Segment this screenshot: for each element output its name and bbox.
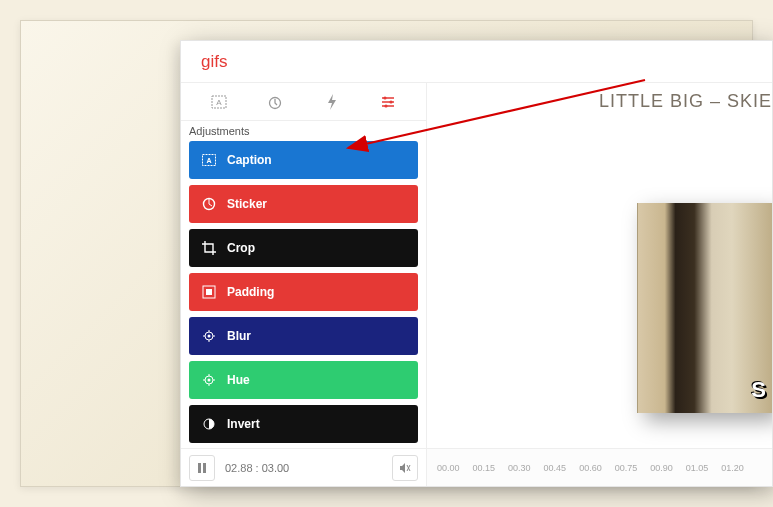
playback-controls: 02.88 : 03.00 [181, 448, 426, 486]
tab-caption-icon[interactable]: A [202, 85, 236, 119]
playback-time: 02.88 : 03.00 [225, 462, 289, 474]
adjustment-label: Sticker [227, 197, 267, 211]
app-window: gifs A Adjustments ACaptionStickerCropPa… [180, 40, 773, 487]
timeline-tick: 00.90 [650, 463, 673, 473]
preview-panel: LITTLE BIG – SKIE S 00.0000.1500.3000.45… [427, 83, 772, 486]
adjustment-sticker[interactable]: Sticker [189, 185, 418, 223]
pause-button[interactable] [189, 455, 215, 481]
left-panel: A Adjustments ACaptionStickerCropPadding… [181, 83, 427, 486]
preview-caption-fragment: S [751, 377, 766, 403]
svg-point-12 [208, 335, 211, 338]
preview-title: LITTLE BIG – SKIE [599, 91, 772, 112]
adjustment-padding[interactable]: Padding [189, 273, 418, 311]
preview-frame: S [637, 203, 772, 413]
timeline[interactable]: 00.0000.1500.3000.4500.6000.7500.9001.05… [427, 448, 772, 486]
timeline-tick: 01.20 [721, 463, 744, 473]
tab-adjustments-icon[interactable] [371, 85, 405, 119]
timeline-tick: 00.00 [437, 463, 460, 473]
svg-text:A: A [216, 98, 222, 107]
svg-point-4 [389, 100, 392, 103]
adjustments-list[interactable]: ACaptionStickerCropPaddingBlurHueInvert [181, 141, 426, 448]
tool-tabs: A [181, 83, 426, 121]
app-title: gifs [201, 52, 227, 72]
adjustment-caption[interactable]: ACaption [189, 141, 418, 179]
crop-icon [201, 240, 217, 256]
svg-rect-17 [203, 463, 206, 473]
invert-icon [201, 416, 217, 432]
hue-icon [201, 372, 217, 388]
mute-button[interactable] [392, 455, 418, 481]
timeline-tick: 01.05 [686, 463, 709, 473]
timeline-tick: 00.60 [579, 463, 602, 473]
adjustment-label: Crop [227, 241, 255, 255]
svg-point-14 [208, 379, 211, 382]
adjustment-invert[interactable]: Invert [189, 405, 418, 443]
timeline-tick: 00.30 [508, 463, 531, 473]
adjustment-label: Invert [227, 417, 260, 431]
adjustment-label: Hue [227, 373, 250, 387]
blur-icon [201, 328, 217, 344]
svg-point-3 [383, 96, 386, 99]
tab-flash-icon[interactable] [315, 85, 349, 119]
adjustment-crop[interactable]: Crop [189, 229, 418, 267]
app-body: A Adjustments ACaptionStickerCropPadding… [181, 83, 772, 486]
panel-section-label: Adjustments [181, 121, 426, 141]
adjustment-label: Padding [227, 285, 274, 299]
adjustment-blur[interactable]: Blur [189, 317, 418, 355]
sticker-icon [201, 196, 217, 212]
svg-rect-16 [198, 463, 201, 473]
adjustment-label: Caption [227, 153, 272, 167]
caption-icon: A [201, 152, 217, 168]
svg-point-5 [384, 104, 387, 107]
timeline-tick: 00.75 [615, 463, 638, 473]
adjustment-hue[interactable]: Hue [189, 361, 418, 399]
tab-timer-icon[interactable] [258, 85, 292, 119]
svg-text:A: A [206, 157, 211, 164]
svg-rect-10 [206, 289, 212, 295]
timeline-tick: 00.15 [473, 463, 496, 473]
padding-icon [201, 284, 217, 300]
timeline-tick: 00.45 [544, 463, 567, 473]
adjustment-label: Blur [227, 329, 251, 343]
app-header: gifs [181, 41, 772, 83]
